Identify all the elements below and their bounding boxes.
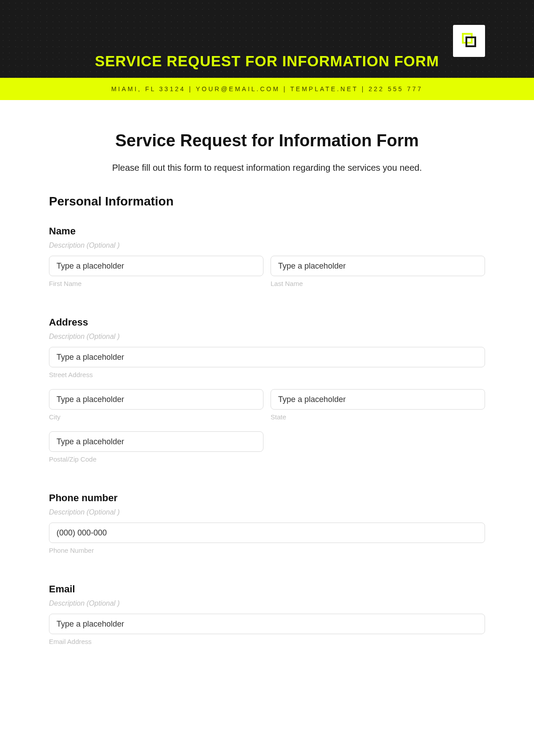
first-name-sublabel: First Name — [49, 280, 263, 287]
field-group-email: Email Description (Optional ) Email Addr… — [49, 583, 485, 653]
street-address-input[interactable] — [49, 347, 485, 367]
field-hint-address: Description (Optional ) — [49, 333, 485, 341]
field-hint-email: Description (Optional ) — [49, 599, 485, 607]
last-name-input[interactable] — [271, 256, 485, 276]
field-group-address: Address Description (Optional ) Street A… — [49, 317, 485, 471]
field-label-address: Address — [49, 317, 485, 328]
email-address-input[interactable] — [49, 614, 485, 634]
section-title-personal: Personal Information — [49, 194, 485, 209]
postal-code-sublabel: Postal/Zip Code — [49, 455, 263, 463]
page-title: Service Request for Information Form — [49, 131, 485, 150]
page-body: Service Request for Information Form Ple… — [0, 100, 534, 692]
state-sublabel: State — [271, 413, 485, 421]
street-address-sublabel: Street Address — [49, 371, 485, 378]
field-group-name: Name Description (Optional ) First Name … — [49, 225, 485, 295]
first-name-input[interactable] — [49, 256, 263, 276]
contact-line: MIAMI, FL 33124 | YOUR@EMAIL.COM | TEMPL… — [111, 85, 423, 92]
city-input[interactable] — [49, 389, 263, 410]
hero-banner: SERVICE REQUEST FOR INFORMATION FORM — [0, 0, 534, 78]
field-hint-phone: Description (Optional ) — [49, 508, 485, 516]
field-label-phone: Phone number — [49, 492, 485, 504]
postal-code-input[interactable] — [49, 431, 263, 452]
field-hint-name: Description (Optional ) — [49, 241, 485, 249]
field-group-phone: Phone number Description (Optional ) Pho… — [49, 492, 485, 562]
field-label-name: Name — [49, 225, 485, 237]
logo-box — [453, 25, 485, 57]
city-sublabel: City — [49, 413, 263, 421]
page-description: Please fill out this form to request inf… — [49, 163, 485, 173]
phone-number-input[interactable] — [49, 523, 485, 543]
state-input[interactable] — [271, 389, 485, 410]
email-address-sublabel: Email Address — [49, 638, 485, 645]
phone-number-sublabel: Phone Number — [49, 547, 485, 554]
logo-icon — [460, 31, 478, 51]
last-name-sublabel: Last Name — [271, 280, 485, 287]
hero-title: SERVICE REQUEST FOR INFORMATION FORM — [95, 53, 439, 70]
contact-bar: MIAMI, FL 33124 | YOUR@EMAIL.COM | TEMPL… — [0, 78, 534, 100]
field-label-email: Email — [49, 583, 485, 595]
